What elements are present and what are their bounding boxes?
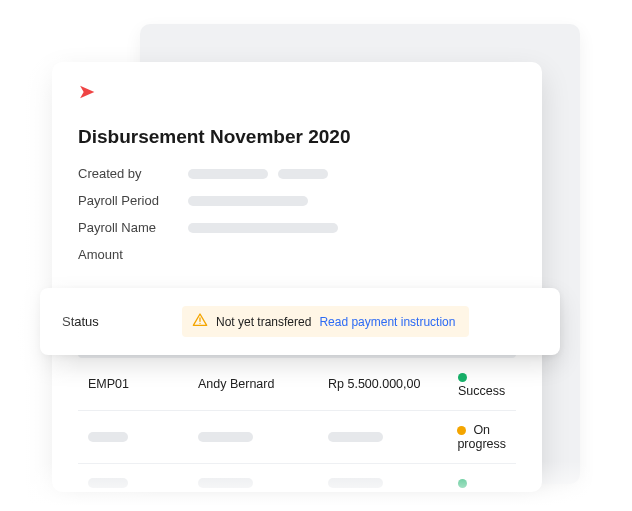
svg-point-1 <box>199 323 200 324</box>
table-row[interactable]: On progress <box>78 410 516 463</box>
placeholder <box>188 196 308 206</box>
table-row[interactable] <box>78 502 516 511</box>
status-dot-icon <box>458 479 467 488</box>
cell-amount: Rp 5.500.000,00 <box>328 377 458 391</box>
placeholder <box>198 432 253 442</box>
placeholder <box>328 478 383 488</box>
logo-icon <box>78 84 100 100</box>
status-text: Not yet transfered <box>216 315 311 329</box>
cell-status: Success <box>458 370 506 398</box>
table-row[interactable]: EMP01 Andy Bernard Rp 5.500.000,00 Succe… <box>78 358 516 410</box>
employee-table: Employee ID Employee Name Amount Status … <box>78 328 516 511</box>
warning-icon <box>192 312 208 331</box>
meta-payroll-name: Payroll Name <box>78 220 516 235</box>
cell-status: On progress <box>457 423 506 451</box>
meta-label: Payroll Period <box>78 193 188 208</box>
meta-label: Created by <box>78 166 188 181</box>
page-title: Disbursement November 2020 <box>78 126 516 148</box>
status-tag: Not yet transfered Read payment instruct… <box>182 306 469 337</box>
cell-name <box>198 478 328 488</box>
table-row[interactable] <box>78 463 516 502</box>
placeholder <box>188 223 338 233</box>
placeholder <box>198 478 253 488</box>
cell-name: Andy Bernard <box>198 377 328 391</box>
meta-amount: Amount <box>78 247 516 262</box>
cell-name <box>198 432 328 442</box>
meta-payroll-period: Payroll Period <box>78 193 516 208</box>
disbursement-card: Disbursement November 2020 Created by Pa… <box>52 62 542 492</box>
cell-amount <box>328 478 458 488</box>
read-instruction-link[interactable]: Read payment instruction <box>319 315 455 329</box>
placeholder <box>88 478 128 488</box>
meta-label: Amount <box>78 247 188 262</box>
placeholder <box>278 169 328 179</box>
status-banner: Status Not yet transfered Read payment i… <box>40 288 560 355</box>
cell-id: EMP01 <box>88 377 198 391</box>
status-dot-icon <box>458 373 467 382</box>
placeholder <box>328 432 383 442</box>
status-label: Status <box>62 314 182 329</box>
meta-created-by: Created by <box>78 166 516 181</box>
placeholder <box>88 432 128 442</box>
cell-id <box>88 432 198 442</box>
placeholder <box>188 169 268 179</box>
cell-amount <box>328 432 458 442</box>
cell-status <box>458 476 506 490</box>
cell-id <box>88 478 198 488</box>
status-dot-icon <box>457 426 466 435</box>
meta-label: Payroll Name <box>78 220 188 235</box>
